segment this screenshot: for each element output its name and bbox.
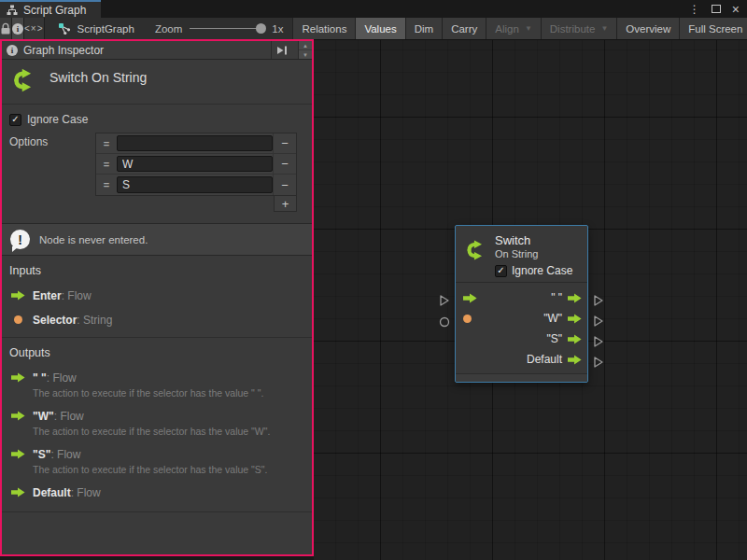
tab-label: Script Graph [23,4,86,17]
node-header: Switch On String ✓ Ignore Case [456,226,587,282]
ignore-case-label: Ignore Case [27,113,88,126]
drag-handle-icon[interactable]: = [96,154,117,174]
node-port-row: Default [456,349,587,370]
carry-button[interactable]: Carry [442,18,486,39]
overview-button[interactable]: Overview [616,18,679,39]
code-view-button[interactable]: <×> [24,18,45,39]
input-row-selector: Selector: String [2,307,312,331]
drag-handle-icon[interactable]: = [96,175,117,195]
graph-inspector-panel: i Graph Inspector ▲ ▼ Switch On String ✓… [0,39,314,556]
remove-option-button[interactable]: − [273,133,296,153]
port-description: The action to execute if the selector ha… [33,387,304,399]
carry-label: Carry [451,23,477,35]
list-item: = − [96,154,296,175]
panel-spinner: ▲ ▼ [298,41,312,59]
ignore-case-checkbox[interactable]: ✓ [9,114,21,126]
fullscreen-button[interactable]: Full Screen [679,18,747,39]
relations-button[interactable]: Relations [292,18,355,39]
add-option-button[interactable]: + [274,196,297,212]
flow-out-arrow-icon[interactable] [568,314,582,324]
graph-canvas[interactable]: Switch On String ✓ Ignore Case " " [314,40,747,560]
lock-button[interactable] [0,18,12,39]
remove-option-button[interactable]: − [273,175,296,195]
port-label-default: Default [527,353,562,366]
port-description: The action to execute if the selector ha… [33,464,304,476]
switch-icon [9,66,37,94]
option-input-1[interactable] [117,156,273,172]
list-item: = − [96,133,296,154]
window-menu-icon[interactable]: ⋮ [689,3,700,16]
options-block: Options = − = − = − [2,126,312,196]
node-port-row: "W" [456,308,587,329]
option-input-2[interactable] [117,176,273,193]
distribute-button[interactable]: Distribute ▼ [541,18,617,39]
zoom-value: 1x [272,23,283,35]
node-footer [456,373,587,382]
flow-out-arrow-icon[interactable] [568,293,582,303]
selector-value-dot-icon[interactable] [463,315,472,323]
inspector-header: i Graph Inspector ▲ ▼ [2,41,312,60]
inputs-header: Inputs [2,256,312,283]
output-row-default: Default: Flow [2,480,312,504]
script-graph-tab-icon [7,5,18,16]
zoom-slider[interactable] [190,28,264,29]
selector-port[interactable] [439,316,450,328]
relations-label: Relations [302,23,346,35]
align-dropdown-icon: ▼ [525,24,532,33]
flow-arrow-icon [11,487,25,497]
flow-arrow-icon [11,411,25,421]
out-port-w[interactable] [593,315,604,328]
flow-arrow-icon [11,449,25,459]
graph-breadcrumb[interactable]: ScriptGraph [45,18,146,39]
out-port-s[interactable] [593,335,604,348]
spinner-down-icon[interactable]: ▼ [299,49,312,59]
warning-box: ! Node is never entered. [2,223,312,256]
port-type: : String [77,314,112,327]
lock-icon [0,22,11,35]
overview-label: Overview [626,23,670,35]
output-row-s: "S": Flow [2,441,312,466]
remove-option-button[interactable]: − [273,154,296,174]
outputs-header: Outputs [2,338,312,365]
drag-handle-icon[interactable]: = [96,133,117,153]
port-type: : Flow [62,289,92,302]
align-button[interactable]: Align ▼ [486,18,541,39]
flow-out-arrow-icon[interactable] [568,355,582,365]
tab-script-graph[interactable]: Script Graph [0,0,101,18]
close-icon[interactable]: × [732,5,740,14]
zoom-slider-knob[interactable] [256,23,266,34]
option-input-0[interactable] [117,135,273,151]
port-name: "W" [33,410,54,423]
port-label-s: "S" [546,332,562,345]
input-row-enter: Enter: Flow [2,283,312,307]
out-port-default[interactable] [593,356,604,369]
node-ignore-case-checkbox[interactable]: ✓ [495,265,507,277]
output-row-w: "W": Flow [2,403,312,427]
flow-in-arrow-icon[interactable] [463,293,477,303]
warning-icon: ! [10,230,30,249]
out-port-space[interactable] [593,294,604,307]
dim-label: Dim [415,23,433,35]
port-description: The action to execute if the selector ha… [33,426,304,438]
port-label-space: " " [551,291,562,304]
port-type: : Flow [50,448,80,461]
unity-script-graph-window: Script Graph ⋮ × i <×> ScriptGraph Zoom … [0,0,747,560]
distribute-label: Distribute [550,23,596,35]
spinner-up-icon[interactable]: ▲ [299,41,312,49]
align-label: Align [495,23,519,35]
switch-on-string-node[interactable]: Switch On String ✓ Ignore Case " " [455,225,588,383]
flow-arrow-icon [11,290,25,301]
node-body: " " "W" "S" [456,282,587,373]
node-ignore-case-label: Ignore Case [512,264,572,277]
flow-arrow-icon [11,372,25,383]
dim-button[interactable]: Dim [405,18,442,39]
info-icon: i [7,45,18,56]
info-icon: i [12,23,23,35]
maximize-icon[interactable] [712,5,721,13]
dock-button[interactable] [271,41,292,59]
values-button[interactable]: Values [355,18,404,39]
options-add-row: + [2,196,312,212]
inspector-toggle-button[interactable]: i [12,18,24,39]
enter-port[interactable] [439,294,450,307]
flow-out-arrow-icon[interactable] [568,334,582,344]
